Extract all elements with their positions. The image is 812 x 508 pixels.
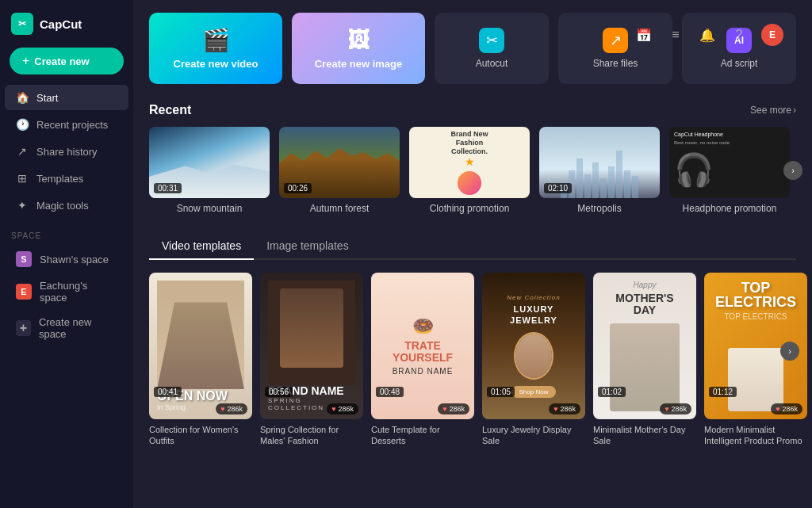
metro-label: Metropolis	[539, 203, 660, 214]
sidebar-item-templates[interactable]: ⊞ Templates	[5, 166, 128, 191]
tmpl3-likes: 286k	[449, 405, 465, 413]
sidebar-item-share-history[interactable]: ↗ Share history	[5, 139, 128, 164]
sidebar-item-shawn-space[interactable]: S Shawn's space	[5, 246, 128, 273]
create-image-label: Create new image	[315, 58, 403, 70]
heart-icon-4: ♥	[553, 405, 557, 413]
recent-item-forest[interactable]: 00:26 Autumn forest	[279, 127, 400, 214]
heart-icon-1: ♥	[220, 405, 224, 413]
tmpl6-figure	[728, 321, 783, 411]
create-image-card[interactable]: 🖼 Create new image	[292, 13, 425, 84]
tmpl4-duration: 01:05	[487, 387, 515, 397]
logo-area: ✂ CapCut	[0, 0, 133, 44]
template-card-5[interactable]: Happy MOTHER'SDAY 01:02 ♥ 286k Minimalis…	[593, 273, 696, 447]
tmpl3-title: Cute Template for Desserts	[371, 424, 474, 447]
app-logo-icon: ✂	[11, 13, 33, 35]
recent-thumb-headphone: CapCut Headphone Best music, no noise co…	[669, 127, 790, 198]
headphone-emoji: 🎧	[674, 151, 714, 189]
app-name: CapCut	[40, 17, 82, 31]
autocut-card[interactable]: ✂ Autocut	[435, 13, 549, 84]
recent-item-clothing[interactable]: Brand NewFashionCollection. ★ Clothing p…	[409, 127, 530, 214]
see-more-button[interactable]: See more ›	[750, 105, 796, 116]
heart-icon-5: ♥	[665, 405, 668, 413]
bldg-4	[584, 174, 591, 198]
template-tabs: Video templates Image templates	[149, 233, 796, 260]
tmpl2-duration: 00:56	[265, 387, 293, 397]
sidebar: ✂ CapCut Create new 🏠 Start 🕐 Recent pro…	[0, 0, 133, 508]
template-bg-2: BRAND NAME SPRING COLLECTION	[260, 273, 363, 419]
tab-image-templates[interactable]: Image templates	[254, 233, 362, 260]
dessert-emoji: 🍩	[412, 316, 434, 337]
template-card-3[interactable]: 🍩 TRATEYOURSELF BRAND NAME 00:48 ♥ 286k …	[371, 273, 474, 447]
create-image-icon: 🖼	[347, 27, 370, 53]
tmpl5-title: Minimalist Mother's Day Sale	[593, 424, 696, 447]
clothing-text: Brand NewFashionCollection.	[450, 130, 488, 155]
tmpl6-badge: ♥ 286k	[771, 403, 802, 414]
eachung-avatar: E	[16, 284, 32, 300]
sidebar-item-eachung-space[interactable]: E Eachung's space	[5, 274, 128, 309]
user-avatar[interactable]: E	[761, 24, 783, 46]
calendar-icon[interactable]: 📅	[634, 25, 653, 44]
sidebar-item-start[interactable]: 🏠 Start	[5, 85, 128, 110]
share-files-label: Share files	[593, 58, 638, 69]
tmpl2-title: Spring Collection for Males' Fashion	[260, 424, 363, 447]
template-thumb-3: 🍩 TRATEYOURSELF BRAND NAME 00:48 ♥ 286k	[371, 273, 474, 419]
eachung-space-label: Eachung's space	[40, 280, 117, 304]
bldg-8	[616, 151, 622, 198]
tmpl1-duration: 00:41	[154, 387, 182, 397]
space-section-label: SPACE	[0, 219, 133, 245]
list-icon[interactable]: ≡	[666, 25, 685, 44]
figure-shape	[157, 302, 244, 389]
header-icons: 📅 ≡ 🔔 ? E	[634, 24, 783, 46]
shawn-space-label: Shawn's space	[40, 254, 109, 265]
clothing-stars: ★	[465, 155, 475, 168]
recent-thumb-forest: 00:26	[279, 127, 400, 198]
template-card-2[interactable]: BRAND NAME SPRING COLLECTION 00:56 ♥ 286…	[260, 273, 363, 447]
clothing-image: Brand NewFashionCollection. ★	[409, 127, 530, 198]
headphone-label-text: CapCut Headphone	[674, 132, 723, 137]
sidebar-item-magic-tools[interactable]: ✦ Magic tools	[5, 193, 128, 218]
recent-carousel-next[interactable]: ›	[783, 161, 802, 180]
recent-item-headphone[interactable]: CapCut Headphone Best music, no noise co…	[669, 127, 790, 214]
metro-buildings	[561, 151, 638, 198]
template-thumb-4: New Collection LUXURYJEWELRY Shop Now 01…	[482, 273, 585, 419]
tmpl3-sub: BRAND NAME	[393, 367, 454, 376]
recent-item-metro[interactable]: 02:10 Metropolis	[539, 127, 660, 214]
template-thumb-5: Happy MOTHER'SDAY 01:02 ♥ 286k	[593, 273, 696, 419]
recent-thumb-clothing: Brand NewFashionCollection. ★	[409, 127, 530, 198]
template-card-4[interactable]: New Collection LUXURYJEWELRY Shop Now 01…	[482, 273, 585, 447]
headphone-sub: Best music, no noise code	[674, 140, 730, 145]
template-carousel-next[interactable]: ›	[780, 342, 799, 361]
sidebar-item-magic-label: Magic tools	[36, 200, 89, 212]
share-icon: ↗	[16, 145, 29, 158]
template-card-1[interactable]: OPEN NOW In Spring 00:41 ♥ 286k Collecti…	[149, 273, 252, 447]
tmpl4-title: Luxury Jewelry Display Sale	[482, 424, 585, 447]
help-icon[interactable]: ?	[730, 25, 749, 44]
ad-script-label: Ad script	[721, 58, 758, 69]
create-new-button[interactable]: Create new	[10, 48, 124, 74]
main-content: 📅 ≡ 🔔 ? E 🎬 Create new video 🖼 Create ne…	[133, 0, 812, 508]
tmpl3-duration: 00:48	[376, 387, 404, 397]
heart-icon-2: ♥	[331, 405, 335, 413]
tmpl6-title: Modern Minimalist Intelligent Product Pr…	[704, 424, 807, 447]
tmpl6-photo	[728, 348, 783, 411]
forest-label: Autumn forest	[279, 203, 400, 214]
recent-section-header: Recent See more ›	[149, 103, 796, 117]
template-bg-4: New Collection LUXURYJEWELRY Shop Now	[482, 273, 585, 419]
bell-icon[interactable]: 🔔	[698, 25, 717, 44]
create-video-card[interactable]: 🎬 Create new video	[149, 13, 282, 84]
template-thumb-1: OPEN NOW In Spring 00:41 ♥ 286k	[149, 273, 252, 419]
autocut-icon: ✂	[479, 28, 504, 53]
sidebar-item-recent-projects[interactable]: 🕐 Recent projects	[5, 112, 128, 137]
clothing-circle	[458, 171, 481, 195]
bldg-7	[608, 166, 615, 198]
clothing-label: Clothing promotion	[409, 203, 530, 214]
sidebar-item-create-space[interactable]: + Create new space	[5, 311, 128, 346]
recent-item-snow[interactable]: 00:31 Snow mountain	[149, 127, 270, 214]
tmpl6-sub: TOP ELECTRICS	[724, 312, 787, 321]
shawn-avatar: S	[16, 251, 32, 267]
template-thumb-2: BRAND NAME SPRING COLLECTION 00:56 ♥ 286…	[260, 273, 363, 419]
figure2	[280, 288, 343, 368]
sidebar-item-history-label: Share history	[36, 146, 98, 158]
create-space-label: Create new space	[39, 316, 117, 340]
tab-video-templates[interactable]: Video templates	[149, 233, 254, 260]
